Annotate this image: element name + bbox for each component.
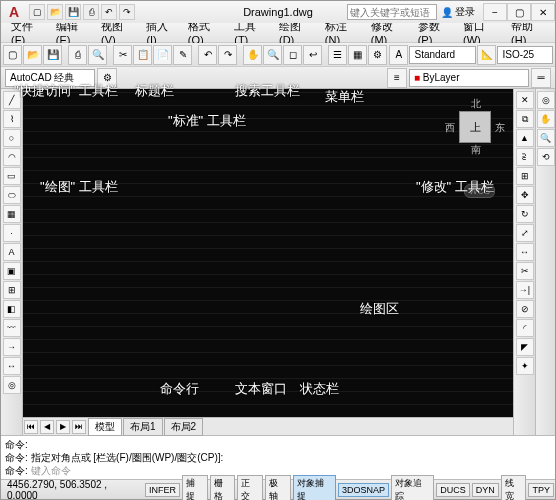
sb-infer[interactable]: INFER xyxy=(145,483,180,497)
style-combo[interactable]: Standard xyxy=(409,46,476,64)
tb-sheet-icon[interactable]: ▦ xyxy=(348,45,367,65)
fillet-icon[interactable]: ◜ xyxy=(516,319,534,337)
close-button[interactable]: ✕ xyxy=(531,3,555,21)
tab-first-icon[interactable]: ⏮ xyxy=(24,420,38,434)
rotate-icon[interactable]: ↻ xyxy=(516,205,534,223)
tab-last-icon[interactable]: ⏭ xyxy=(72,420,86,434)
maximize-button[interactable]: ▢ xyxy=(507,3,531,21)
sb-3dosnap[interactable]: 3DOSNAP xyxy=(338,483,389,497)
menu-modify[interactable]: 修改(M) xyxy=(365,19,412,46)
cmd-input[interactable]: 键入命令 xyxy=(31,465,71,476)
break-icon[interactable]: ⊘ xyxy=(516,300,534,318)
menu-window[interactable]: 窗口(W) xyxy=(457,19,505,46)
nav-wheel-icon[interactable]: ◎ xyxy=(537,91,555,109)
copy-icon[interactable]: ⧉ xyxy=(516,110,534,128)
search-input[interactable] xyxy=(347,4,437,20)
layer-icon[interactable]: ≡ xyxy=(387,68,407,88)
menu-param[interactable]: 参数(P) xyxy=(412,19,457,46)
sb-otrack[interactable]: 对象追踪 xyxy=(391,475,434,501)
command-window[interactable]: 命令: 命令: 指定对角点或 [栏选(F)/圏围(WP)/圏交(CP)]: 命令… xyxy=(1,435,555,479)
drawing-area[interactable]: 北 南 西 东 上 WCS xyxy=(23,89,513,417)
viewcube-top[interactable]: 上 xyxy=(459,111,491,143)
tb-zoom-icon[interactable]: 🔍 xyxy=(263,45,282,65)
sb-snap[interactable]: 捕捉 xyxy=(182,475,208,501)
tab-model[interactable]: 模型 xyxy=(88,418,122,436)
minimize-button[interactable]: − xyxy=(483,3,507,21)
sb-tpy[interactable]: TPY xyxy=(528,483,554,497)
offset-icon[interactable]: ⫔ xyxy=(516,148,534,166)
explode-icon[interactable]: ✦ xyxy=(516,357,534,375)
tb-paste-icon[interactable]: 📄 xyxy=(153,45,172,65)
sb-ortho[interactable]: 正交 xyxy=(237,475,263,501)
ellipse-icon[interactable]: ⬭ xyxy=(3,186,21,204)
sb-lwt[interactable]: 线宽 xyxy=(501,475,527,501)
region-icon[interactable]: ◧ xyxy=(3,300,21,318)
trim-icon[interactable]: ✂ xyxy=(516,262,534,280)
scale-icon[interactable]: ⤢ xyxy=(516,224,534,242)
tab-layout1[interactable]: 布局1 xyxy=(123,418,163,436)
block-icon[interactable]: ▣ xyxy=(3,262,21,280)
nav-zoom-icon[interactable]: 🔍 xyxy=(537,129,555,147)
qat-print-icon[interactable]: ⎙ xyxy=(83,4,99,20)
donut-icon[interactable]: ◎ xyxy=(3,376,21,394)
tab-layout2[interactable]: 布局2 xyxy=(164,418,204,436)
ray-icon[interactable]: → xyxy=(3,338,21,356)
tab-prev-icon[interactable]: ◀ xyxy=(40,420,54,434)
menu-help[interactable]: 帮助(H) xyxy=(505,19,551,46)
layer-combo[interactable]: ■ ByLayer xyxy=(409,69,529,87)
login-button[interactable]: 👤 登录 xyxy=(441,5,475,19)
menu-tools[interactable]: 工具(T) xyxy=(228,19,273,46)
tb-tool-icon[interactable]: ⚙ xyxy=(368,45,387,65)
tb-open-icon[interactable]: 📂 xyxy=(23,45,42,65)
tb-cut-icon[interactable]: ✂ xyxy=(113,45,132,65)
xline-icon[interactable]: ↔ xyxy=(3,357,21,375)
qat-save-icon[interactable]: 💾 xyxy=(65,4,81,20)
sb-polar[interactable]: 极轴 xyxy=(265,475,291,501)
tab-next-icon[interactable]: ▶ xyxy=(56,420,70,434)
tb-pan-icon[interactable]: ✋ xyxy=(243,45,262,65)
tb-textstyle-icon[interactable]: A xyxy=(389,45,408,65)
tb-print-icon[interactable]: ⎙ xyxy=(68,45,87,65)
workspace-combo[interactable]: AutoCAD 经典 xyxy=(5,69,95,87)
qat-undo-icon[interactable]: ↶ xyxy=(101,4,117,20)
tb-new-icon[interactable]: ▢ xyxy=(3,45,22,65)
nav-orbit-icon[interactable]: ⟲ xyxy=(537,148,555,166)
spline-icon[interactable]: 〰 xyxy=(3,319,21,337)
erase-icon[interactable]: ✕ xyxy=(516,91,534,109)
chamfer-icon[interactable]: ◤ xyxy=(516,338,534,356)
rect-icon[interactable]: ▭ xyxy=(3,167,21,185)
array-icon[interactable]: ⊞ xyxy=(516,167,534,185)
mirror-icon[interactable]: ▲ xyxy=(516,129,534,147)
sb-ducs[interactable]: DUCS xyxy=(436,483,470,497)
nav-pan-icon[interactable]: ✋ xyxy=(537,110,555,128)
iso-combo[interactable]: ISO-25 xyxy=(497,46,553,64)
stretch-icon[interactable]: ↔ xyxy=(516,243,534,261)
sb-osnap[interactable]: 对象捕捉 xyxy=(293,475,336,501)
menu-dim[interactable]: 标注(N) xyxy=(319,19,365,46)
extend-icon[interactable]: →| xyxy=(516,281,534,299)
qat-redo-icon[interactable]: ↷ xyxy=(119,4,135,20)
qat-new-icon[interactable]: ▢ xyxy=(29,4,45,20)
line-icon[interactable]: ╱ xyxy=(3,91,21,109)
tb-props-icon[interactable]: ☰ xyxy=(328,45,347,65)
menu-draw[interactable]: 绘图(D) xyxy=(273,19,319,46)
circle-icon[interactable]: ○ xyxy=(3,129,21,147)
arc-icon[interactable]: ◠ xyxy=(3,148,21,166)
ws-gear-icon[interactable]: ⚙ xyxy=(97,68,117,88)
hatch-icon[interactable]: ▦ xyxy=(3,205,21,223)
tb-copy-icon[interactable]: 📋 xyxy=(133,45,152,65)
qat-open-icon[interactable]: 📂 xyxy=(47,4,63,20)
point-icon[interactable]: · xyxy=(3,224,21,242)
pline-icon[interactable]: ⌇ xyxy=(3,110,21,128)
tb-save-icon[interactable]: 💾 xyxy=(43,45,62,65)
tb-undo-icon[interactable]: ↶ xyxy=(198,45,217,65)
move-icon[interactable]: ✥ xyxy=(516,186,534,204)
table-icon[interactable]: ⊞ xyxy=(3,281,21,299)
tb-dimstyle-icon[interactable]: 📐 xyxy=(477,45,496,65)
menu-format[interactable]: 格式(O) xyxy=(182,19,228,46)
menu-view[interactable]: 视图(V) xyxy=(95,19,140,46)
menu-file[interactable]: 文件(F) xyxy=(5,19,50,46)
sb-dyn[interactable]: DYN xyxy=(472,483,499,497)
linetype-icon[interactable]: ═ xyxy=(531,68,551,88)
viewcube[interactable]: 北 南 西 东 上 xyxy=(445,97,505,157)
